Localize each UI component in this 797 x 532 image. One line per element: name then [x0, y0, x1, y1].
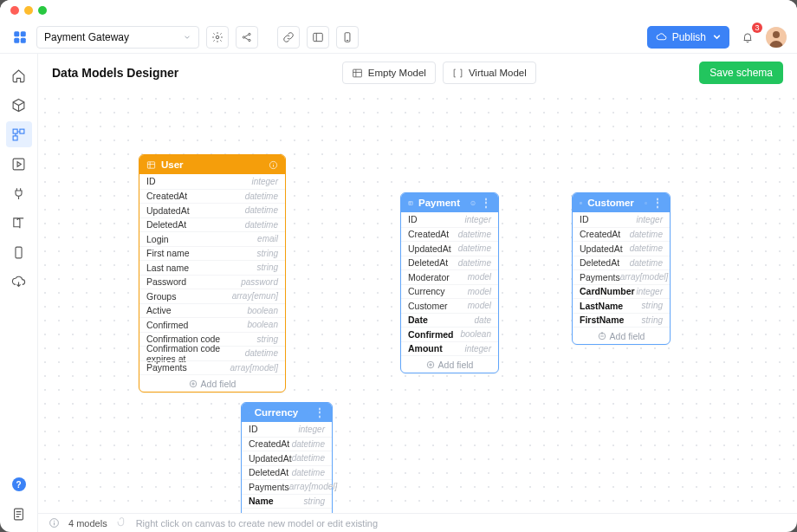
- info-icon[interactable]: [470, 198, 476, 208]
- field-row[interactable]: CreatedAtdatetime: [573, 227, 670, 242]
- kebab-icon[interactable]: ⋮: [314, 407, 325, 418]
- field-row[interactable]: UpdatedAtdatetime: [242, 451, 332, 465]
- virtual-model-button[interactable]: Virtual Model: [443, 62, 536, 84]
- publish-button[interactable]: Publish: [647, 26, 729, 49]
- field-row[interactable]: Datedate: [401, 313, 498, 328]
- save-schema-button[interactable]: Save schema: [699, 62, 783, 84]
- sidebar-item-home[interactable]: [6, 62, 32, 88]
- add-field-button[interactable]: Add field: [401, 355, 498, 373]
- field-row[interactable]: Paymentsarray[model]: [573, 269, 670, 284]
- field-row[interactable]: Namestring: [242, 494, 332, 509]
- add-field-button[interactable]: Add field: [573, 327, 670, 344]
- field-row[interactable]: Confirmedboolean: [401, 327, 498, 341]
- virtual-model-label: Virtual Model: [469, 68, 527, 78]
- field-row[interactable]: IDinteger: [401, 212, 498, 227]
- window-titlebar: [0, 0, 797, 21]
- field-row[interactable]: Paymentsarray[model]: [139, 360, 285, 375]
- field-row[interactable]: Moderatormodel: [401, 269, 498, 284]
- mobile-view-button[interactable]: [336, 26, 359, 49]
- window-maximize-icon[interactable]: [38, 6, 47, 15]
- field-row[interactable]: Customermodel: [401, 298, 498, 313]
- sidebar-item-data-models[interactable]: [6, 121, 32, 147]
- info-icon[interactable]: [645, 198, 647, 208]
- add-field-button[interactable]: Add field: [242, 508, 332, 513]
- sidebar-item-book[interactable]: [6, 210, 32, 236]
- field-row[interactable]: Currencymodel: [401, 284, 498, 299]
- status-model-count: 4 models: [68, 518, 107, 529]
- field-row[interactable]: Last namestring: [139, 260, 285, 275]
- field-row[interactable]: Activeboolean: [139, 303, 285, 318]
- model-header-payment[interactable]: Payment ⋮: [401, 193, 498, 212]
- field-row[interactable]: IDinteger: [242, 422, 332, 437]
- field-row[interactable]: FirstNamestring: [573, 313, 670, 328]
- model-card-currency[interactable]: Currency ⋮ IDintegerCreatedAtdatetimeUpd…: [241, 402, 333, 513]
- model-title-currency: Currency: [255, 407, 299, 418]
- field-row[interactable]: DeletedAtdatetime: [242, 465, 332, 480]
- design-canvas[interactable]: User IDintegerCreatedAtdatetimeUpdatedAt…: [38, 92, 797, 513]
- sidebar-item-play[interactable]: [6, 151, 32, 177]
- field-row[interactable]: Loginemail: [139, 231, 285, 246]
- share-button[interactable]: [236, 26, 258, 49]
- field-row[interactable]: Confirmation code expires atdatetime: [139, 346, 285, 360]
- model-card-payment[interactable]: Payment ⋮ IDintegerCreatedAtdatetimeUpda…: [400, 192, 499, 373]
- field-row[interactable]: First namestring: [139, 246, 285, 261]
- field-type: string: [257, 334, 278, 344]
- project-select[interactable]: Payment Gateway: [36, 26, 199, 49]
- field-name: Login: [146, 234, 169, 244]
- empty-model-button[interactable]: Empty Model: [342, 62, 436, 84]
- field-row[interactable]: UpdatedAtdatetime: [139, 203, 285, 217]
- field-row[interactable]: Passwordpassword: [139, 275, 285, 289]
- field-type: datetime: [292, 468, 325, 477]
- field-row[interactable]: IDinteger: [139, 174, 285, 189]
- window-close-icon[interactable]: [10, 6, 19, 15]
- field-row[interactable]: Paymentsarray[model]: [242, 479, 332, 494]
- settings-button[interactable]: [206, 26, 229, 49]
- empty-model-label: Empty Model: [368, 68, 426, 78]
- model-card-customer[interactable]: Customer ⋮ IDintegerCreatedAtdatetimeUpd…: [572, 192, 671, 345]
- add-field-button[interactable]: Add field: [139, 374, 285, 392]
- field-row[interactable]: Confirmedboolean: [139, 317, 285, 332]
- panel-left-button[interactable]: [307, 26, 329, 49]
- field-row[interactable]: UpdatedAtdatetime: [573, 241, 670, 256]
- sidebar-item-device[interactable]: [6, 239, 32, 265]
- mobile-icon: [341, 31, 353, 43]
- window-minimize-icon[interactable]: [24, 6, 33, 15]
- field-name: Customer: [408, 301, 448, 311]
- field-row[interactable]: CreatedAtdatetime: [401, 227, 498, 242]
- sidebar-item-plug[interactable]: [6, 180, 32, 206]
- sidebar-help-button[interactable]: ?: [6, 471, 32, 497]
- app-logo-icon[interactable]: [10, 28, 29, 47]
- field-row[interactable]: Amountinteger: [401, 341, 498, 356]
- sidebar-item-cloud[interactable]: [6, 269, 32, 295]
- field-type: string: [257, 249, 278, 258]
- panel-left-icon: [312, 31, 324, 43]
- field-row[interactable]: DeletedAtdatetime: [573, 256, 670, 270]
- field-row[interactable]: LastNamestring: [573, 298, 670, 313]
- field-row[interactable]: IDinteger: [573, 212, 670, 227]
- field-name: CardNumber: [580, 286, 635, 296]
- status-hint: Right click on canvas to create new mode…: [136, 518, 378, 529]
- link-button[interactable]: [277, 26, 300, 49]
- field-row[interactable]: CreatedAtdatetime: [139, 189, 285, 204]
- notifications-button[interactable]: 3: [736, 26, 759, 49]
- field-row[interactable]: Groupsarray[emun]: [139, 289, 285, 303]
- field-type: integer: [298, 425, 325, 434]
- field-row[interactable]: CreatedAtdatetime: [242, 437, 332, 451]
- sidebar-item-cube[interactable]: [6, 92, 32, 118]
- field-row[interactable]: DeletedAtdatetime: [401, 256, 498, 270]
- info-icon[interactable]: [269, 160, 278, 170]
- field-row[interactable]: UpdatedAtdatetime: [401, 241, 498, 256]
- field-row[interactable]: CardNumberinteger: [573, 284, 670, 299]
- model-header-currency[interactable]: Currency ⋮: [242, 403, 332, 422]
- sidebar-docs-button[interactable]: [6, 501, 32, 527]
- info-icon[interactable]: [308, 408, 309, 418]
- field-row[interactable]: DeletedAtdatetime: [139, 217, 285, 232]
- field-name: Amount: [408, 343, 443, 354]
- model-card-user[interactable]: User IDintegerCreatedAtdatetimeUpdatedAt…: [139, 154, 286, 393]
- svg-rect-17: [13, 159, 24, 170]
- user-avatar[interactable]: [766, 27, 787, 48]
- kebab-icon[interactable]: ⋮: [481, 198, 491, 208]
- kebab-icon[interactable]: ⋮: [652, 198, 663, 208]
- model-header-user[interactable]: User: [139, 155, 285, 174]
- model-header-customer[interactable]: Customer ⋮: [573, 193, 670, 212]
